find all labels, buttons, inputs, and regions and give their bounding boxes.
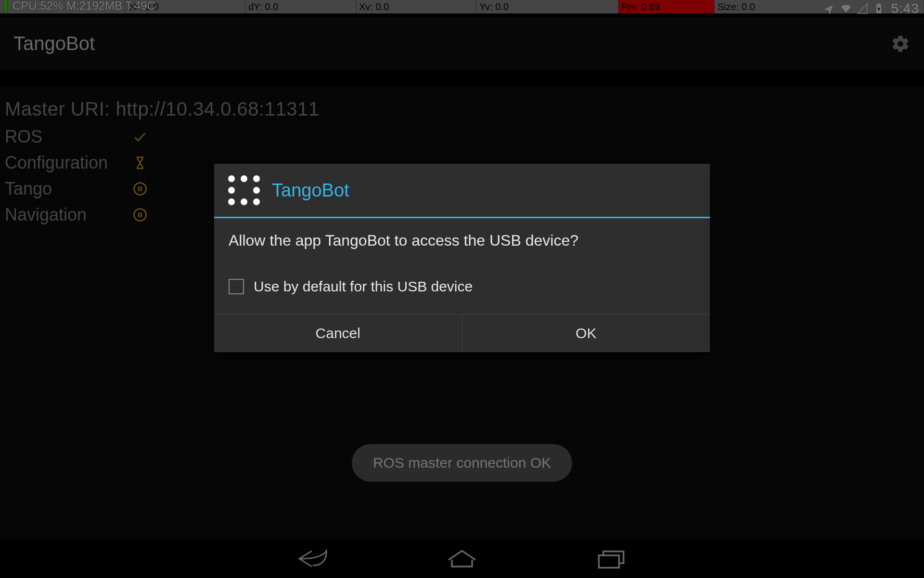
dialog-message: Allow the app TangoBot to access the USB… — [229, 232, 695, 250]
dialog-checkbox-row[interactable]: Use by default for this USB device — [229, 278, 695, 295]
dialog-body: Allow the app TangoBot to access the USB… — [214, 218, 710, 314]
dialog-buttons: Cancel OK — [214, 314, 710, 352]
dialog-checkbox-label: Use by default for this USB device — [254, 278, 473, 295]
app-grid-icon — [228, 175, 260, 205]
dialog-title: TangoBot — [272, 180, 349, 201]
ok-button[interactable]: OK — [462, 315, 710, 352]
dialog-checkbox[interactable] — [229, 279, 244, 294]
cancel-button[interactable]: Cancel — [214, 315, 462, 352]
dialog-header: TangoBot — [214, 164, 710, 217]
usb-permission-dialog: TangoBot Allow the app TangoBot to acces… — [214, 164, 710, 352]
